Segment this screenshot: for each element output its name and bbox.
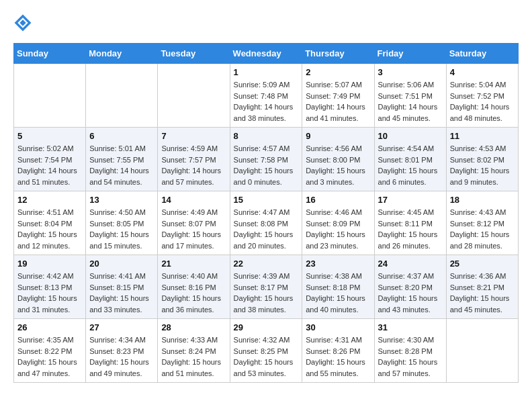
calendar-cell: 16Sunrise: 4:46 AM Sunset: 8:09 PM Dayli… (302, 191, 374, 255)
logo-icon (13, 13, 32, 32)
day-detail: Sunrise: 5:06 AM Sunset: 7:51 PM Dayligh… (378, 79, 443, 124)
day-detail: Sunrise: 4:35 AM Sunset: 8:22 PM Dayligh… (17, 334, 82, 379)
calendar-cell: 23Sunrise: 4:38 AM Sunset: 8:18 PM Dayli… (302, 255, 374, 319)
calendar-table: SundayMondayTuesdayWednesdayThursdayFrid… (13, 43, 519, 383)
day-detail: Sunrise: 4:53 AM Sunset: 8:02 PM Dayligh… (450, 143, 515, 187)
day-number: 21 (161, 259, 226, 269)
calendar-cell (86, 64, 158, 128)
day-detail: Sunrise: 5:07 AM Sunset: 7:49 PM Dayligh… (306, 79, 370, 124)
calendar-cell: 7Sunrise: 4:59 AM Sunset: 7:57 PM Daylig… (158, 128, 230, 191)
day-number: 10 (378, 131, 443, 141)
day-number: 13 (89, 195, 154, 205)
day-detail: Sunrise: 4:33 AM Sunset: 8:24 PM Dayligh… (161, 334, 226, 379)
day-number: 20 (89, 259, 154, 269)
calendar-cell: 19Sunrise: 4:42 AM Sunset: 8:13 PM Dayli… (14, 255, 86, 319)
day-detail: Sunrise: 4:40 AM Sunset: 8:16 PM Dayligh… (161, 271, 226, 315)
day-number: 23 (306, 259, 370, 269)
page-header (13, 13, 519, 32)
calendar-cell: 9Sunrise: 4:56 AM Sunset: 8:00 PM Daylig… (302, 128, 374, 191)
day-detail: Sunrise: 4:54 AM Sunset: 8:01 PM Dayligh… (378, 143, 443, 187)
day-detail: Sunrise: 4:32 AM Sunset: 8:25 PM Dayligh… (234, 334, 299, 379)
calendar-cell: 20Sunrise: 4:41 AM Sunset: 8:15 PM Dayli… (86, 255, 158, 319)
day-number: 17 (378, 195, 443, 205)
day-detail: Sunrise: 4:49 AM Sunset: 8:07 PM Dayligh… (161, 207, 226, 251)
day-number: 18 (450, 195, 515, 205)
calendar-cell: 14Sunrise: 4:49 AM Sunset: 8:07 PM Dayli… (158, 191, 230, 255)
calendar-cell: 4Sunrise: 5:04 AM Sunset: 7:52 PM Daylig… (446, 64, 518, 128)
calendar-cell: 3Sunrise: 5:06 AM Sunset: 7:51 PM Daylig… (374, 64, 446, 128)
calendar-week-row: 5Sunrise: 5:02 AM Sunset: 7:54 PM Daylig… (14, 128, 519, 191)
day-detail: Sunrise: 4:36 AM Sunset: 8:21 PM Dayligh… (450, 271, 515, 315)
day-detail: Sunrise: 4:31 AM Sunset: 8:26 PM Dayligh… (306, 334, 370, 379)
day-detail: Sunrise: 4:30 AM Sunset: 8:28 PM Dayligh… (378, 334, 443, 379)
calendar-cell: 29Sunrise: 4:32 AM Sunset: 8:25 PM Dayli… (230, 319, 302, 383)
weekday-header: Sunday (14, 44, 86, 64)
calendar-week-row: 19Sunrise: 4:42 AM Sunset: 8:13 PM Dayli… (14, 255, 519, 319)
calendar-cell (14, 64, 86, 128)
day-detail: Sunrise: 5:01 AM Sunset: 7:55 PM Dayligh… (89, 143, 154, 187)
weekday-header: Tuesday (158, 44, 230, 64)
calendar-header-row: SundayMondayTuesdayWednesdayThursdayFrid… (14, 44, 519, 64)
calendar-cell: 28Sunrise: 4:33 AM Sunset: 8:24 PM Dayli… (158, 319, 230, 383)
weekday-header: Friday (374, 44, 446, 64)
day-number: 11 (450, 131, 515, 141)
day-number: 15 (234, 195, 299, 205)
calendar-cell: 11Sunrise: 4:53 AM Sunset: 8:02 PM Dayli… (446, 128, 518, 191)
weekday-header: Wednesday (230, 44, 302, 64)
calendar-cell: 18Sunrise: 4:43 AM Sunset: 8:12 PM Dayli… (446, 191, 518, 255)
weekday-header: Saturday (446, 44, 518, 64)
day-detail: Sunrise: 5:04 AM Sunset: 7:52 PM Dayligh… (450, 79, 515, 124)
calendar-cell: 1Sunrise: 5:09 AM Sunset: 7:48 PM Daylig… (230, 64, 302, 128)
calendar-cell (158, 64, 230, 128)
day-number: 14 (161, 195, 226, 205)
day-number: 30 (306, 322, 370, 332)
day-number: 22 (234, 259, 299, 269)
day-detail: Sunrise: 4:51 AM Sunset: 8:04 PM Dayligh… (17, 207, 82, 251)
calendar-cell: 13Sunrise: 4:50 AM Sunset: 8:05 PM Dayli… (86, 191, 158, 255)
day-detail: Sunrise: 5:09 AM Sunset: 7:48 PM Dayligh… (234, 79, 299, 124)
calendar-cell: 24Sunrise: 4:37 AM Sunset: 8:20 PM Dayli… (374, 255, 446, 319)
day-detail: Sunrise: 4:34 AM Sunset: 8:23 PM Dayligh… (89, 334, 154, 379)
day-number: 24 (378, 259, 443, 269)
calendar-week-row: 12Sunrise: 4:51 AM Sunset: 8:04 PM Dayli… (14, 191, 519, 255)
day-detail: Sunrise: 4:39 AM Sunset: 8:17 PM Dayligh… (234, 271, 299, 315)
day-detail: Sunrise: 4:46 AM Sunset: 8:09 PM Dayligh… (306, 207, 370, 251)
calendar-cell: 17Sunrise: 4:45 AM Sunset: 8:11 PM Dayli… (374, 191, 446, 255)
day-number: 5 (17, 131, 82, 141)
day-number: 6 (89, 131, 154, 141)
logo (13, 13, 35, 32)
calendar-cell: 26Sunrise: 4:35 AM Sunset: 8:22 PM Dayli… (14, 319, 86, 383)
day-number: 7 (161, 131, 226, 141)
day-detail: Sunrise: 4:57 AM Sunset: 7:58 PM Dayligh… (234, 143, 299, 187)
day-number: 4 (450, 67, 515, 77)
day-detail: Sunrise: 4:43 AM Sunset: 8:12 PM Dayligh… (450, 207, 515, 251)
day-detail: Sunrise: 4:59 AM Sunset: 7:57 PM Dayligh… (161, 143, 226, 187)
day-detail: Sunrise: 4:38 AM Sunset: 8:18 PM Dayligh… (306, 271, 370, 315)
weekday-header: Monday (86, 44, 158, 64)
calendar-cell: 10Sunrise: 4:54 AM Sunset: 8:01 PM Dayli… (374, 128, 446, 191)
day-number: 31 (378, 322, 443, 332)
day-detail: Sunrise: 4:50 AM Sunset: 8:05 PM Dayligh… (89, 207, 154, 251)
day-detail: Sunrise: 4:41 AM Sunset: 8:15 PM Dayligh… (89, 271, 154, 315)
calendar-cell: 2Sunrise: 5:07 AM Sunset: 7:49 PM Daylig… (302, 64, 374, 128)
day-detail: Sunrise: 4:56 AM Sunset: 8:00 PM Dayligh… (306, 143, 370, 187)
calendar-week-row: 1Sunrise: 5:09 AM Sunset: 7:48 PM Daylig… (14, 64, 519, 128)
day-number: 12 (17, 195, 82, 205)
day-detail: Sunrise: 4:45 AM Sunset: 8:11 PM Dayligh… (378, 207, 443, 251)
calendar-cell: 6Sunrise: 5:01 AM Sunset: 7:55 PM Daylig… (86, 128, 158, 191)
calendar-week-row: 26Sunrise: 4:35 AM Sunset: 8:22 PM Dayli… (14, 319, 519, 383)
calendar-cell: 22Sunrise: 4:39 AM Sunset: 8:17 PM Dayli… (230, 255, 302, 319)
calendar-cell: 25Sunrise: 4:36 AM Sunset: 8:21 PM Dayli… (446, 255, 518, 319)
day-detail: Sunrise: 4:47 AM Sunset: 8:08 PM Dayligh… (234, 207, 299, 251)
day-number: 27 (89, 322, 154, 332)
calendar-cell: 27Sunrise: 4:34 AM Sunset: 8:23 PM Dayli… (86, 319, 158, 383)
day-number: 16 (306, 195, 370, 205)
day-number: 25 (450, 259, 515, 269)
calendar-cell: 21Sunrise: 4:40 AM Sunset: 8:16 PM Dayli… (158, 255, 230, 319)
calendar-cell (446, 319, 518, 383)
calendar-cell: 8Sunrise: 4:57 AM Sunset: 7:58 PM Daylig… (230, 128, 302, 191)
day-detail: Sunrise: 4:42 AM Sunset: 8:13 PM Dayligh… (17, 271, 82, 315)
weekday-header: Thursday (302, 44, 374, 64)
calendar-cell: 12Sunrise: 4:51 AM Sunset: 8:04 PM Dayli… (14, 191, 86, 255)
day-number: 29 (234, 322, 299, 332)
